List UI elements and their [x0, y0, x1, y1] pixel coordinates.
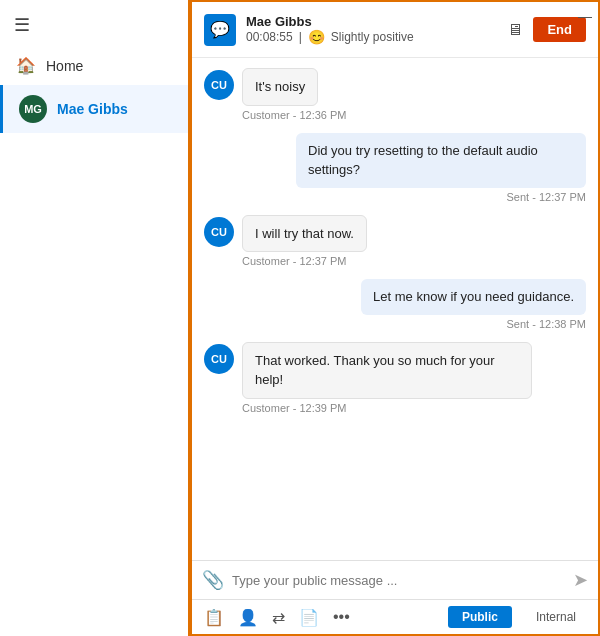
message-bubble: That worked. Thank you so much for your …: [242, 342, 532, 399]
chat-header-left: 💬 Mae Gibbs 00:08:55 | 😊 Slightly positi…: [204, 14, 414, 46]
quick-replies-icon[interactable]: 📋: [204, 608, 224, 627]
customer-avatar: CU: [204, 217, 234, 247]
message-row: Let me know if you need guidance. Sent -…: [204, 279, 586, 330]
message-row: CU I will try that now. Customer - 12:37…: [204, 215, 586, 268]
sidebar-item-home-label: Home: [46, 58, 83, 74]
sidebar-nav: 🏠 Home MG Mae Gibbs: [0, 46, 189, 133]
msg-with-avatar: CU I will try that now.: [204, 215, 367, 253]
sentiment-icon: 😊: [308, 29, 325, 45]
customer-avatar: CU: [204, 344, 234, 374]
tab-internal[interactable]: Internal: [526, 606, 586, 628]
hamburger-icon[interactable]: ☰: [14, 14, 30, 36]
sidebar-item-mae-label: Mae Gibbs: [57, 101, 128, 117]
message-meta: Sent - 12:38 PM: [507, 318, 587, 330]
monitor-icon[interactable]: 🖥: [507, 21, 523, 39]
message-row: CU That worked. Thank you so much for yo…: [204, 342, 586, 414]
message-bubble: Did you try resetting to the default aud…: [296, 133, 586, 188]
sidebar: ☰ 🏠 Home MG Mae Gibbs: [0, 0, 190, 636]
attach-icon[interactable]: 📎: [202, 569, 224, 591]
chat-meta: 00:08:55 | 😊 Slightly positive: [246, 29, 414, 45]
message-row: CU It's noisy Customer - 12:36 PM: [204, 68, 586, 121]
sentiment-label: Slightly positive: [331, 30, 414, 44]
message-bubble: It's noisy: [242, 68, 318, 106]
home-icon: 🏠: [16, 56, 36, 75]
message-row: Did you try resetting to the default aud…: [204, 133, 586, 203]
avatar-mg: MG: [19, 95, 47, 123]
message-meta: Customer - 12:36 PM: [242, 109, 347, 121]
messages-area: CU It's noisy Customer - 12:36 PM Did yo…: [192, 58, 598, 560]
chat-header-info: Mae Gibbs 00:08:55 | 😊 Slightly positive: [246, 14, 414, 45]
message-input-area: 📎 ➤: [192, 560, 598, 599]
chat-name: Mae Gibbs: [246, 14, 414, 29]
message-bubble: Let me know if you need guidance.: [361, 279, 586, 315]
sidebar-item-mae-gibbs[interactable]: MG Mae Gibbs: [0, 85, 189, 133]
chat-header: 💬 Mae Gibbs 00:08:55 | 😊 Slightly positi…: [192, 2, 598, 58]
chat-window: — 💬 Mae Gibbs 00:08:55 | 😊 Slightly posi…: [190, 0, 600, 636]
chat-timer: 00:08:55: [246, 30, 293, 44]
chat-header-right: 🖥 End: [507, 17, 586, 42]
sidebar-header: ☰: [0, 0, 189, 46]
contacts-icon[interactable]: 👤: [238, 608, 258, 627]
notes-icon[interactable]: 📄: [299, 608, 319, 627]
send-icon[interactable]: ➤: [573, 569, 588, 591]
customer-avatar: CU: [204, 70, 234, 100]
message-bubble: I will try that now.: [242, 215, 367, 253]
chat-toolbar: 📋 👤 ⇄ 📄 ••• Public Internal: [192, 599, 598, 634]
tab-public[interactable]: Public: [448, 606, 512, 628]
message-meta: Customer - 12:39 PM: [242, 402, 347, 414]
more-icon[interactable]: •••: [333, 608, 350, 626]
msg-with-avatar: CU That worked. Thank you so much for yo…: [204, 342, 532, 399]
sidebar-item-home[interactable]: 🏠 Home: [0, 46, 189, 85]
minimize-icon[interactable]: —: [578, 8, 592, 24]
message-meta: Sent - 12:37 PM: [507, 191, 587, 203]
chat-icon: 💬: [204, 14, 236, 46]
msg-with-avatar: CU It's noisy: [204, 68, 318, 106]
message-input[interactable]: [232, 573, 565, 588]
message-meta: Customer - 12:37 PM: [242, 255, 347, 267]
transfer-icon[interactable]: ⇄: [272, 608, 285, 627]
